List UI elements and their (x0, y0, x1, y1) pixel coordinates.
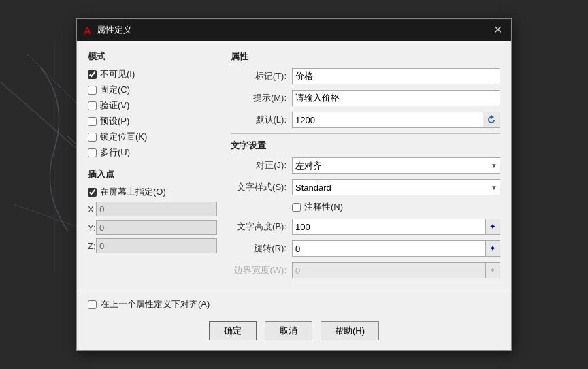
default-row: 默认(L): (231, 112, 500, 128)
checkbox-preset-label: 预设(P) (100, 115, 129, 127)
insert-section: 插入点 在屏幕上指定(O) X: Y: Z: (88, 168, 217, 253)
checkbox-verify-input[interactable] (88, 101, 97, 110)
checkbox-multiline-input[interactable] (88, 148, 97, 157)
dialog-body: 模式 不可见(I) 固定(C) 验证(V) 预设(P) (77, 41, 511, 291)
justify-select-wrapper: 左对齐 居中 右对齐 ▼ (292, 157, 500, 174)
bottom-align-section: 在上一个属性定义下对齐(A) (77, 291, 511, 315)
dialog-overlay: A 属性定义 ✕ 模式 不可见(I) 固定(C) 验证(V) (0, 0, 588, 369)
coord-y-row: Y: (88, 220, 217, 235)
checkbox-multiline[interactable]: 多行(U) (88, 146, 217, 159)
boundary-spin-button: ✦ (485, 262, 500, 278)
prompt-input[interactable] (292, 90, 500, 106)
refresh-icon (486, 114, 497, 125)
boundary-label: 边界宽度(W): (231, 264, 292, 276)
checkbox-invisible-input[interactable] (88, 70, 97, 79)
coord-x-input[interactable] (96, 202, 217, 216)
tag-input[interactable] (292, 68, 500, 84)
help-button[interactable]: 帮助(H) (321, 321, 379, 340)
checkbox-fixed-label: 固定(C) (100, 84, 130, 96)
coord-x-label: X: (88, 204, 96, 214)
rotation-input-group: ✦ (292, 240, 500, 257)
height-spin-button[interactable]: ✦ (485, 219, 500, 235)
checkbox-preset[interactable]: 预设(P) (88, 115, 217, 127)
style-select[interactable]: Standard Arial (292, 179, 500, 195)
height-label: 文字高度(B): (231, 221, 292, 233)
insert-section-title: 插入点 (88, 168, 217, 180)
dialog-title: 属性定义 (97, 24, 491, 36)
rotation-spin-button[interactable]: ✦ (485, 240, 500, 257)
tag-row: 标记(T): (231, 68, 500, 84)
style-select-wrapper: Standard Arial ▼ (292, 179, 500, 195)
attribute-definition-dialog: A 属性定义 ✕ 模式 不可见(I) 固定(C) 验证(V) (76, 18, 512, 351)
dialog-buttons: 确定 取消 帮助(H) (77, 315, 511, 350)
height-row: 文字高度(B): ✦ (231, 219, 500, 235)
prompt-label: 提示(M): (231, 92, 292, 104)
attribute-section-title: 属性 (231, 50, 500, 63)
default-icon-button[interactable] (483, 112, 500, 128)
checkbox-lockpos-label: 锁定位置(K) (100, 131, 147, 143)
checkbox-lockpos-input[interactable] (88, 133, 97, 142)
justify-label: 对正(J): (231, 159, 292, 172)
checkbox-verify[interactable]: 验证(V) (88, 99, 217, 112)
default-label: 默认(L): (231, 114, 292, 126)
text-settings-title: 文字设置 (231, 140, 500, 152)
rotation-row: 旋转(R): ✦ (231, 240, 500, 257)
boundary-input[interactable] (292, 262, 485, 278)
checkbox-lockpos[interactable]: 锁定位置(K) (88, 131, 217, 143)
title-bar: A 属性定义 ✕ (77, 19, 511, 41)
annotation-checkbox[interactable] (292, 203, 301, 212)
coord-z-label: Z: (88, 241, 96, 251)
height-input-group: ✦ (292, 219, 500, 235)
justify-row: 对正(J): 左对齐 居中 右对齐 ▼ (231, 157, 500, 174)
checkbox-fixed-input[interactable] (88, 86, 97, 95)
prompt-row: 提示(M): (231, 90, 500, 106)
align-label: 在上一个属性定义下对齐(A) (101, 298, 210, 310)
boundary-row: 边界宽度(W): ✦ (231, 262, 500, 278)
style-label: 文字样式(S): (231, 181, 292, 193)
checkbox-verify-label: 验证(V) (100, 99, 129, 112)
style-row: 文字样式(S): Standard Arial ▼ (231, 179, 500, 195)
coord-x-row: X: (88, 202, 217, 216)
default-input[interactable] (292, 112, 483, 128)
checkbox-multiline-label: 多行(U) (100, 146, 130, 159)
right-panel: 属性 标记(T): 提示(M): 默认(L): (231, 50, 500, 284)
boundary-input-group: ✦ (292, 262, 500, 278)
coord-z-row: Z: (88, 238, 217, 253)
height-input[interactable] (292, 219, 485, 235)
coord-y-input[interactable] (96, 220, 217, 235)
tag-label: 标记(T): (231, 70, 292, 82)
checkbox-onscreen[interactable]: 在屏幕上指定(O) (88, 186, 217, 198)
coord-z-input[interactable] (96, 238, 217, 253)
checkbox-fixed[interactable]: 固定(C) (88, 84, 217, 96)
confirm-button[interactable]: 确定 (209, 321, 257, 340)
rotation-label: 旋转(R): (231, 242, 292, 255)
checkbox-preset-input[interactable] (88, 117, 97, 126)
app-icon: A (84, 25, 91, 36)
checkbox-invisible[interactable]: 不可见(I) (88, 68, 217, 80)
align-checkbox[interactable] (88, 300, 97, 309)
left-panel: 模式 不可见(I) 固定(C) 验证(V) 预设(P) (88, 50, 217, 284)
checkbox-onscreen-label: 在屏幕上指定(O) (100, 186, 166, 198)
coord-y-label: Y: (88, 223, 96, 233)
annotation-label: 注释性(N) (304, 201, 343, 213)
checkbox-onscreen-input[interactable] (88, 188, 97, 197)
justify-select[interactable]: 左对齐 居中 右对齐 (292, 157, 500, 174)
rotation-input[interactable] (292, 240, 485, 257)
annotation-row[interactable]: 注释性(N) (292, 201, 500, 213)
mode-section-title: 模式 (88, 50, 217, 63)
close-button[interactable]: ✕ (491, 23, 504, 37)
checkbox-invisible-label: 不可见(I) (100, 68, 135, 80)
default-input-group (292, 112, 500, 128)
divider (231, 133, 500, 134)
cancel-button[interactable]: 取消 (265, 321, 312, 340)
